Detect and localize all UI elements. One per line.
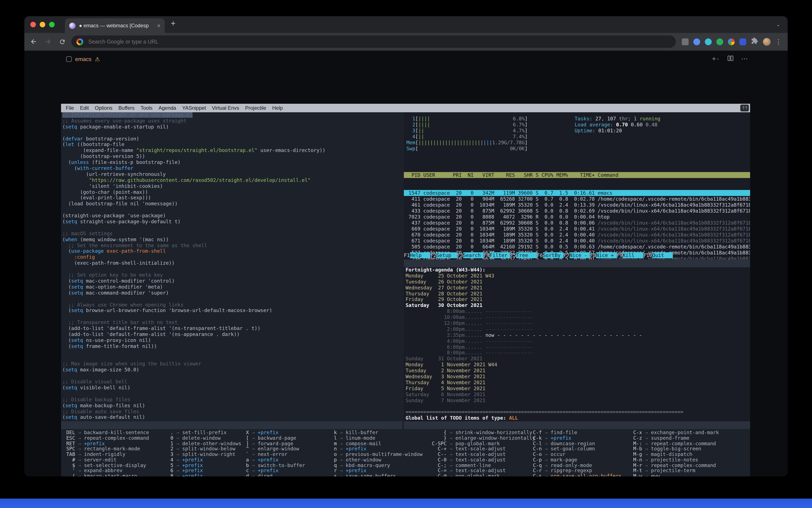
fkey-sortby[interactable]: F6SortBy <box>537 252 563 258</box>
fkey-help[interactable]: F1Help <box>404 252 431 258</box>
htop-meters: 1[|||| 6.8%] 2[|||| 6.7%] 3[|| 4.7%] 4[|… <box>407 116 528 152</box>
keybinding-row: s → save-some-buffers <box>333 473 423 476</box>
tab-search-chevron-icon[interactable] <box>776 22 781 30</box>
extension-icon-2[interactable] <box>693 38 700 45</box>
process-row[interactable]: 7023 codespace 20 0 8088 4072 3296 R 0.0… <box>404 214 750 220</box>
htop-stat-line: Load average: 0.70 0.60 0.48 <box>574 122 660 128</box>
process-row[interactable]: 670 codespace 20 0 1034M 189M 35320 S 0.… <box>404 232 750 238</box>
fkey-tree[interactable]: F5Tree <box>510 252 537 258</box>
reload-button[interactable] <box>57 36 68 47</box>
keybinding-row: M-g → magit-dispatch <box>621 452 719 457</box>
profile-avatar[interactable] <box>763 38 771 45</box>
agenda-time-grid-line: 8:00am...... ---------------- <box>405 309 750 314</box>
keybinding-row: C-o → occur <box>532 452 622 457</box>
new-tab-button[interactable]: + <box>171 19 175 28</box>
code-line: (setq mac-command-modifier 'super) <box>62 290 402 296</box>
agenda-day-line: Wednesday 27 October 2021 <box>405 285 750 291</box>
scroll-top-icon[interactable]: ↑↑ <box>740 104 749 112</box>
agenda-day-line: Saturday 6 November 2021 <box>405 392 750 398</box>
fkey-kill[interactable]: F9Kill <box>617 252 643 258</box>
process-row[interactable]: 411 codespace 20 0 904M 65268 32700 S 0.… <box>404 196 750 202</box>
code-line: (setq auto-save-default nil) <box>62 415 402 421</box>
code-buffer[interactable]: ;; Initialize straight.el and use-packag… <box>61 112 402 421</box>
split-view-button[interactable] <box>727 55 733 63</box>
menu-item-file[interactable]: File <box>63 105 77 111</box>
process-row[interactable]: 433 codespace 20 0 875M 62992 30608 S 0.… <box>404 208 750 214</box>
desktop: ● emacs — webmacs [Codesp × + <box>0 0 812 508</box>
zoom-window-button[interactable] <box>49 22 55 27</box>
process-row[interactable]: 461 codespace 20 0 1034M 189M 35320 S 0.… <box>404 202 750 208</box>
extension-icon-3[interactable] <box>705 38 712 45</box>
keybinding-row: c → +prefix <box>245 468 332 474</box>
code-line: ;; Always use Chrome when opening links <box>62 302 402 308</box>
process-row[interactable]: 669 codespace 20 0 1034M 189M 35320 S 0.… <box>404 226 750 232</box>
menu-item-buffers[interactable]: Buffers <box>116 105 138 111</box>
agenda-day-line: Saturday 30 October 2021 <box>405 303 750 309</box>
keybinding-row: C-k → +prefix <box>532 435 622 441</box>
keybinding-row: q → kbd-macro-query <box>333 463 423 468</box>
keybinding-row: k → kill-buffer <box>333 430 423 435</box>
meter-3: 3[|| 4.7%] <box>407 128 528 134</box>
address-bar[interactable] <box>71 35 676 48</box>
fkey-setup[interactable]: F2Setup <box>431 252 457 258</box>
process-row[interactable]: 505 codespace 20 0 664M 42160 29192 S 0.… <box>404 244 750 250</box>
menu-item-agenda[interactable]: Agenda <box>156 105 179 111</box>
code-line: ;; Disable auto save files <box>62 409 402 415</box>
more-options-button[interactable]: ⋯ <box>741 55 749 62</box>
agenda-buffer[interactable]: Fortnight-agenda (W43-W44):Monday 25 Oct… <box>404 267 750 421</box>
code-line: ;; Set option key to be meta key <box>62 272 402 278</box>
close-window-button[interactable] <box>30 22 36 27</box>
browser-tab[interactable]: ● emacs — webmacs [Codesp × <box>65 18 165 33</box>
keybinding-row: a → +prefix <box>245 457 332 463</box>
tab-favicon-icon <box>69 23 76 29</box>
menu-item-projectile[interactable]: Projectile <box>242 105 269 111</box>
keybinding-row: M-n → projectile-notes <box>621 457 719 463</box>
code-line: (when (memq window-system '(mac ns)) <box>62 237 402 243</box>
agenda-day-line: Thursday 4 November 2021 <box>405 380 750 386</box>
keybinding-row: C-z → suspend-frame <box>621 435 719 441</box>
menu-item-options[interactable]: Options <box>92 105 116 111</box>
process-row[interactable]: 1547 codespace 20 0 342M 119M 39600 S 0.… <box>404 190 750 196</box>
keybinding-column-2: . → set-fill-prefix0 → delete-window1 → … <box>169 430 242 476</box>
keybinding-row: C-n → set-goal-column <box>532 446 622 452</box>
back-button[interactable] <box>28 36 39 47</box>
code-line: (setq straight-use-package-by-default t) <box>62 219 402 225</box>
extension-icon-6[interactable] <box>739 38 746 45</box>
htop-terminal[interactable]: 1[|||| 6.8%] 2[|||| 6.7%] 3[|| 4.7%] 4[|… <box>404 112 750 260</box>
menu-item-help[interactable]: Help <box>269 105 286 111</box>
extension-icon-5[interactable] <box>728 38 735 45</box>
process-row[interactable]: 671 codespace 20 0 1034M 189M 35320 S 0.… <box>404 238 750 244</box>
tab-close-icon[interactable]: × <box>157 23 161 29</box>
keybinding-row: DEL → backward-kill-sentence <box>64 430 167 435</box>
browser-toolbar: ⋮ <box>24 33 788 51</box>
keybinding-row: M-: → repeat-complex-command <box>621 441 719 446</box>
fkey-nice[interactable]: F7Nice - <box>563 252 590 258</box>
forward-button[interactable] <box>42 36 53 47</box>
fkey-quit[interactable]: F10Quit <box>643 252 673 258</box>
process-row[interactable]: 437 codespace 20 0 875M 62992 30608 S 0.… <box>404 220 750 226</box>
fkey-filter[interactable]: F4Filter <box>484 252 510 258</box>
code-line: (eval-print-last-sexp))) <box>62 195 402 201</box>
extension-icon-4[interactable] <box>716 38 723 45</box>
htop-stat-line: Uptime: 01:01:20 <box>574 128 660 134</box>
minimize-window-button[interactable] <box>40 22 45 27</box>
menu-item-tools[interactable]: Tools <box>137 105 156 111</box>
extensions-puzzle-icon[interactable] <box>751 37 758 46</box>
extension-icon-1[interactable] <box>682 38 689 45</box>
fkey-nice[interactable]: F8Nice + <box>590 252 617 258</box>
app-logo-icon <box>66 56 72 62</box>
keybinding-row: C-SPC → pop-global-mark <box>431 441 535 446</box>
menu-item-virtual-envs[interactable]: Virtual Envs <box>209 105 242 111</box>
keybinding-row: o → previous-multiframe-window <box>333 452 423 457</box>
fkey-search[interactable]: F3Search <box>457 252 484 258</box>
keybinding-column-7: C-x → exchange-point-and-markC-z → suspe… <box>621 430 719 476</box>
code-line: (exec-path-from-shell-initialize)) <box>62 261 402 266</box>
new-frame-button[interactable]: + <box>712 55 720 62</box>
menu-item-edit[interactable]: Edit <box>77 105 92 111</box>
address-input[interactable] <box>88 38 671 45</box>
menu-item-yasnippet[interactable]: YASnippet <box>179 105 209 111</box>
code-line: (setq ns-use-proxy-icon nil) <box>62 338 402 344</box>
htop-stat-line: Tasks: 27, 107 thr; 1 running <box>574 116 660 122</box>
browser-menu-kebab-icon[interactable]: ⋮ <box>775 38 782 45</box>
keybinding-row: ^ → enlarge-window <box>245 446 332 452</box>
